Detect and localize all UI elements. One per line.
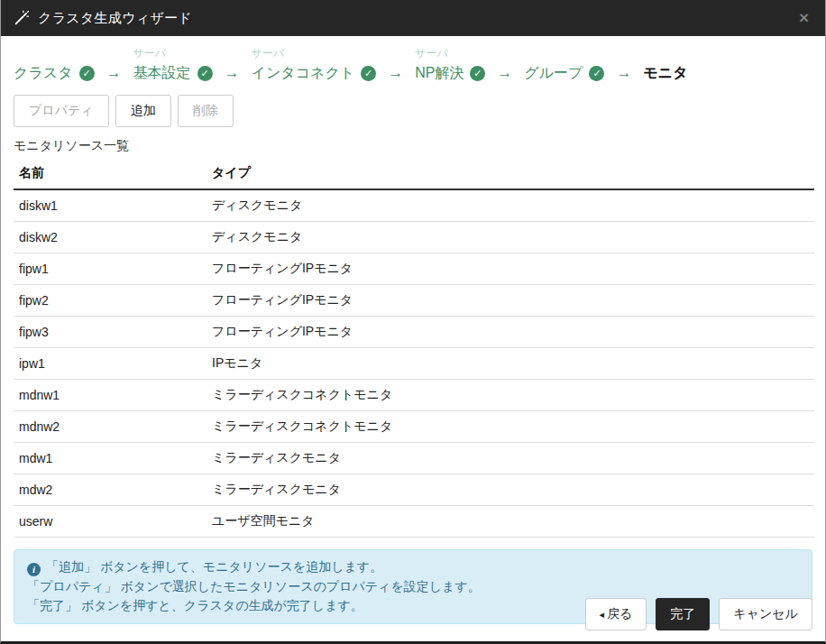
- check-circle-icon: ✓: [197, 66, 213, 81]
- table-row[interactable]: userw ユーザ空間モニタ: [14, 506, 814, 538]
- info-icon: i: [27, 563, 41, 576]
- footer-buttons: ◂戻る 完了 キャンセル: [585, 598, 813, 630]
- step-label: モニタ: [643, 64, 687, 83]
- step-group: グループ ✓: [524, 45, 604, 84]
- cell-name: fipw2: [14, 285, 206, 317]
- toolbar: プロパティ 追加 削除: [1, 95, 825, 127]
- cell-name: userw: [14, 506, 206, 538]
- cell-type: ミラーディスクモニタ: [206, 474, 814, 506]
- step-arrow: →: [95, 45, 133, 84]
- magic-wand-icon: [14, 10, 30, 26]
- cell-name: ipw1: [14, 348, 206, 380]
- property-button[interactable]: プロパティ: [14, 95, 109, 127]
- table-header-row: 名前 タイプ: [14, 158, 814, 189]
- column-header-type: タイプ: [206, 158, 814, 189]
- monitor-resource-table: 名前 タイプ diskw1 ディスクモニタ diskw2 ディスクモニタ fip…: [14, 158, 814, 538]
- step-sub-label: [643, 45, 687, 62]
- arrow-right-icon: →: [485, 64, 524, 82]
- step-arrow: →: [376, 45, 415, 84]
- table-row[interactable]: fipw3 フローティングIPモニタ: [14, 317, 814, 348]
- info-line-1: i「追加」 ボタンを押して、モニタリソースを追加します。: [27, 557, 799, 577]
- add-button[interactable]: 追加: [115, 95, 171, 127]
- step-sub-label: [524, 45, 604, 62]
- cancel-button[interactable]: キャンセル: [719, 598, 812, 630]
- titlebar: クラスタ生成ウィザード ×: [1, 0, 825, 36]
- cell-type: フローティングIPモニタ: [206, 285, 814, 317]
- cell-type: ミラーディスクコネクトモニタ: [206, 380, 814, 411]
- cell-type: フローティングIPモニタ: [206, 253, 814, 285]
- step-arrow: →: [213, 45, 252, 84]
- table-row[interactable]: mdw2 ミラーディスクモニタ: [14, 474, 814, 506]
- check-circle-icon: ✓: [470, 66, 485, 81]
- step-label: クラスタ: [14, 64, 73, 83]
- step-arrow: →: [485, 45, 524, 84]
- cell-name: fipw1: [14, 253, 206, 285]
- cell-name: diskw2: [14, 222, 206, 253]
- cell-type: ミラーディスクコネクトモニタ: [206, 411, 814, 443]
- cell-type: ユーザ空間モニタ: [206, 506, 814, 538]
- table-row[interactable]: diskw1 ディスクモニタ: [14, 189, 814, 222]
- table-row[interactable]: mdnw1 ミラーディスクコネクトモニタ: [14, 380, 814, 411]
- step-sub-label: サーバ: [252, 45, 377, 62]
- back-arrow-icon: ◂: [600, 609, 605, 620]
- cell-type: IPモニタ: [206, 348, 814, 380]
- arrow-right-icon: →: [95, 64, 133, 82]
- table-row[interactable]: diskw2 ディスクモニタ: [14, 222, 814, 253]
- step-label: 基本設定: [133, 64, 191, 83]
- arrow-right-icon: →: [604, 64, 643, 82]
- step-label: グループ: [524, 64, 583, 83]
- cell-type: ディスクモニタ: [206, 222, 814, 253]
- dialog-title: クラスタ生成ウィザード: [38, 10, 192, 27]
- finish-button[interactable]: 完了: [656, 598, 710, 630]
- cell-type: ミラーディスクモニタ: [206, 443, 814, 474]
- step-arrow: →: [604, 45, 643, 84]
- remove-button[interactable]: 削除: [178, 95, 234, 127]
- cell-name: mdw2: [14, 474, 206, 506]
- wizard-breadcrumb: クラスタ ✓ → サーバ 基本設定 ✓ → サーバ インタコネクト ✓: [1, 36, 825, 95]
- cell-name: mdnw1: [14, 380, 206, 411]
- step-label: NP解決: [415, 64, 463, 83]
- step-interconnect: サーバ インタコネクト ✓: [252, 45, 377, 84]
- cell-type: ディスクモニタ: [206, 189, 814, 222]
- cell-name: diskw1: [14, 189, 206, 222]
- table-row[interactable]: fipw1 フローティングIPモニタ: [14, 253, 814, 285]
- arrow-right-icon: →: [213, 64, 252, 82]
- cell-name: mdnw2: [14, 411, 206, 443]
- cell-name: mdw1: [14, 443, 206, 474]
- back-button[interactable]: ◂戻る: [585, 598, 647, 630]
- check-circle-icon: ✓: [361, 66, 376, 81]
- column-header-name: 名前: [14, 158, 206, 189]
- table-row[interactable]: fipw2 フローティングIPモニタ: [14, 285, 814, 317]
- cell-name: fipw3: [14, 317, 206, 348]
- check-circle-icon: ✓: [589, 66, 604, 81]
- cluster-wizard-dialog: クラスタ生成ウィザード × クラスタ ✓ → サーバ 基本設定 ✓ →: [0, 0, 826, 644]
- step-sub-label: サーバ: [133, 45, 213, 62]
- step-label: インタコネクト: [252, 64, 355, 83]
- cell-type: フローティングIPモニタ: [206, 317, 814, 348]
- info-text: 「追加」 ボタンを押して、モニタリソースを追加します。: [46, 559, 382, 574]
- step-np-resolution: サーバ NP解決 ✓: [415, 45, 485, 84]
- step-basic-settings: サーバ 基本設定 ✓: [133, 45, 213, 84]
- arrow-right-icon: →: [376, 64, 415, 82]
- table-row[interactable]: mdw1 ミラーディスクモニタ: [14, 443, 814, 474]
- table-row[interactable]: mdnw2 ミラーディスクコネクトモニタ: [14, 411, 814, 443]
- back-button-label: 戻る: [607, 606, 632, 621]
- step-cluster: クラスタ ✓: [14, 45, 95, 84]
- monitor-resource-list-title: モニタリソース一覧: [14, 138, 812, 154]
- info-line-2: 「プロパティ」 ボタンで選択したモニタリソースのプロパティを設定します。: [27, 577, 799, 597]
- step-sub-label: サーバ: [415, 45, 485, 62]
- close-icon[interactable]: ×: [799, 0, 809, 36]
- step-monitor-current: モニタ: [643, 45, 687, 84]
- check-circle-icon: ✓: [79, 66, 95, 81]
- step-sub-label: [14, 45, 95, 62]
- table-row[interactable]: ipw1 IPモニタ: [14, 348, 814, 380]
